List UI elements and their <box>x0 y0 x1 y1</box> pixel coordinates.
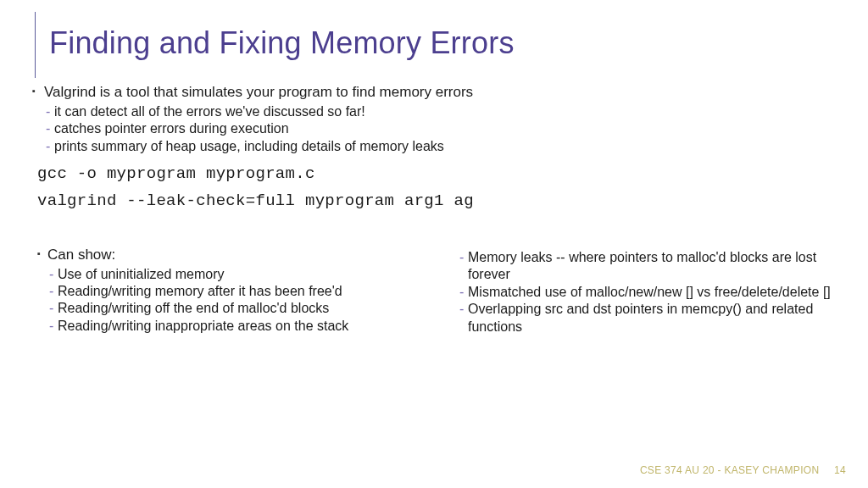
left-column: Can show: Use of uninitialized memory Re… <box>37 246 429 339</box>
canshow-lead-bullet: Can show: <box>37 246 429 264</box>
footer-course: CSE 374 AU 20 - KASEY CHAMPION <box>640 464 820 476</box>
intro-sub-item: it can detect all of the errors we've di… <box>46 103 839 120</box>
canshow-sub-list: Use of uninitialized memory Reading/writ… <box>49 266 429 336</box>
list-item: Reading/writing inappropriate areas on t… <box>49 318 429 335</box>
title-accent-rule <box>35 12 36 78</box>
list-item: Memory leaks -- where pointers to malloc… <box>459 249 839 284</box>
list-item: Use of uninitialized memory <box>49 266 429 283</box>
list-item: Mismatched use of malloc/new/new [] vs f… <box>459 284 839 301</box>
list-item: Overlapping src and dst pointers in memc… <box>459 301 839 336</box>
intro-lead-bullet: Valgrind is a tool that simulates your p… <box>37 83 839 102</box>
code-line: valgrind --leak-check=full myprogram arg… <box>37 191 839 211</box>
list-item: Reading/writing off the end of malloc'd … <box>49 300 429 317</box>
right-sub-list: Memory leaks -- where pointers to malloc… <box>459 249 839 336</box>
two-column-area: Can show: Use of uninitialized memory Re… <box>37 246 839 339</box>
right-column: Memory leaks -- where pointers to malloc… <box>448 246 839 339</box>
intro-sub-item: prints summary of heap usage, including … <box>46 138 839 155</box>
slide-footer: CSE 374 AU 20 - KASEY CHAMPION 14 <box>640 464 846 476</box>
list-item: Reading/writing memory after it has been… <box>49 283 429 300</box>
slide-body: Valgrind is a tool that simulates your p… <box>37 83 839 339</box>
intro-sub-list: it can detect all of the errors we've di… <box>46 103 839 155</box>
code-line: gcc -o myprogram myprogram.c <box>37 164 839 184</box>
slide: Finding and Fixing Memory Errors Valgrin… <box>0 0 868 488</box>
footer-page-number: 14 <box>834 464 846 476</box>
slide-title: Finding and Fixing Memory Errors <box>49 25 839 61</box>
intro-sub-item: catches pointer errors during execution <box>46 120 839 137</box>
